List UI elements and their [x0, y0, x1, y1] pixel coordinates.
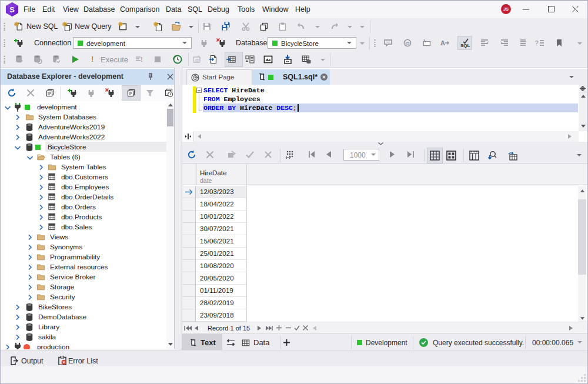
svg-text:1: 1 [194, 76, 196, 80]
svg-text:@: @ [405, 41, 410, 46]
svg-text:!: ! [141, 56, 143, 63]
svg-text:A: A [440, 39, 445, 46]
svg-text:?: ? [535, 40, 539, 46]
svg-text:S: S [9, 5, 15, 14]
svg-text:SQL: SQL [460, 43, 470, 48]
svg-text:@: @ [195, 58, 199, 63]
